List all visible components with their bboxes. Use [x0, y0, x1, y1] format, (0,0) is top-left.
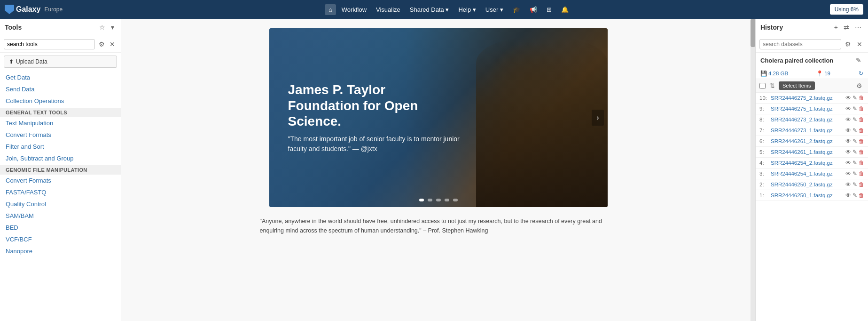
dataset-name[interactable]: SRR24446273_2.fastq.gz [771, 117, 845, 122]
star-icon-button[interactable]: ☆ [97, 23, 107, 32]
edit-icon[interactable]: ✎ [852, 192, 857, 199]
sidebar-item-vcf-bcf[interactable]: VCF/BCF [0, 233, 121, 245]
sidebar-item-convert-formats-genomic[interactable]: Convert Formats [0, 175, 121, 186]
graduation-icon-button[interactable]: 🎓 [509, 4, 524, 15]
history-add-button[interactable]: + [832, 23, 840, 32]
dataset-name[interactable]: SRR24446275_1.fastq.gz [771, 106, 845, 112]
history-refresh-icon[interactable]: ↻ [859, 70, 863, 77]
eye-icon[interactable]: 👁 [845, 170, 851, 177]
eye-icon[interactable]: 👁 [845, 149, 851, 155]
sidebar-options-button[interactable]: ▾ [109, 23, 116, 32]
dataset-name[interactable]: SRR24446275_2.fastq.gz [771, 95, 845, 101]
dataset-row[interactable]: 4: SRR24446254_2.fastq.gz 👁 ✎ 🗑 [756, 158, 868, 169]
delete-icon[interactable]: 🗑 [859, 138, 864, 144]
eye-icon[interactable]: 👁 [845, 105, 851, 112]
sidebar-item-quality-control[interactable]: Quality Control [0, 198, 121, 210]
edit-icon[interactable]: ✎ [852, 181, 857, 188]
delete-icon[interactable]: 🗑 [859, 192, 864, 199]
tools-search-input[interactable] [4, 39, 95, 49]
sidebar-item-send-data[interactable]: Send Data [0, 83, 121, 95]
edit-icon[interactable]: ✎ [852, 138, 857, 144]
sidebar-item-sam-bam[interactable]: SAM/BAM [0, 210, 121, 222]
delete-icon[interactable]: 🗑 [859, 105, 864, 112]
edit-icon[interactable]: ✎ [852, 127, 857, 134]
delete-icon[interactable]: 🗑 [859, 181, 864, 188]
eye-icon[interactable]: 👁 [845, 95, 851, 101]
visualize-button[interactable]: Visualize [372, 4, 404, 15]
megaphone-icon-button[interactable]: 📢 [526, 4, 541, 15]
dataset-name[interactable]: SRR24446261_1.fastq.gz [771, 149, 845, 155]
edit-icon[interactable]: ✎ [852, 160, 857, 166]
shared-data-button[interactable]: Shared Data ▾ [406, 4, 453, 15]
sidebar-item-filter-and-sort[interactable]: Filter and Sort [0, 141, 121, 152]
dataset-row[interactable]: 10: SRR24446275_2.fastq.gz 👁 ✎ 🗑 [756, 93, 868, 104]
eye-icon[interactable]: 👁 [845, 181, 851, 188]
dataset-row[interactable]: 1: SRR24446250_1.fastq.gz 👁 ✎ 🗑 [756, 190, 868, 201]
sidebar-item-fasta-fastq[interactable]: FASTA/FASTQ [0, 186, 121, 198]
edit-icon[interactable]: ✎ [852, 116, 857, 123]
history-search-clear-button[interactable]: ✕ [855, 40, 864, 49]
home-button[interactable]: ⌂ [325, 4, 336, 15]
history-more-button[interactable]: ⋯ [853, 23, 863, 32]
main-scrollbar[interactable] [751, 19, 755, 321]
delete-icon[interactable]: 🗑 [859, 95, 864, 101]
dataset-row[interactable]: 2: SRR24446250_2.fastq.gz 👁 ✎ 🗑 [756, 179, 868, 190]
dataset-row[interactable]: 3: SRR24446254_1.fastq.gz 👁 ✎ 🗑 [756, 169, 868, 179]
galaxy-logo[interactable]: Galaxy [5, 5, 40, 14]
search-clear-button[interactable]: ✕ [108, 40, 117, 49]
dataset-row[interactable]: 6: SRR24446261_2.fastq.gz 👁 ✎ 🗑 [756, 136, 868, 147]
sidebar-item-nanopore[interactable]: Nanopore [0, 245, 121, 257]
edit-icon[interactable]: ✎ [852, 170, 857, 177]
sidebar-item-collection-operations[interactable]: Collection Operations [0, 95, 121, 107]
delete-icon[interactable]: 🗑 [859, 149, 864, 155]
slide-dot-3[interactable] [436, 199, 441, 201]
history-toolbar-settings-button[interactable]: ⚙ [854, 81, 864, 90]
eye-icon[interactable]: 👁 [845, 138, 851, 144]
sidebar-item-get-data[interactable]: Get Data [0, 72, 121, 83]
sidebar-item-join-subtract-group[interactable]: Join, Subtract and Group [0, 152, 121, 164]
content-scroll[interactable]: James P. TaylorFoundation for OpenScienc… [121, 19, 755, 321]
workflow-button[interactable]: Workflow [338, 4, 370, 15]
dataset-name[interactable]: SRR24446273_1.fastq.gz [771, 128, 845, 133]
slide-dot-1[interactable] [419, 199, 424, 201]
delete-icon[interactable]: 🗑 [859, 116, 864, 123]
dataset-name[interactable]: SRR24446254_1.fastq.gz [771, 171, 845, 177]
upload-data-button[interactable]: ⬆ Upload Data [4, 56, 117, 68]
dataset-name[interactable]: SRR24446261_2.fastq.gz [771, 138, 845, 144]
delete-icon[interactable]: 🗑 [859, 127, 864, 134]
eye-icon[interactable]: 👁 [845, 160, 851, 166]
sidebar-item-bed[interactable]: BED [0, 222, 121, 233]
eye-icon[interactable]: 👁 [845, 192, 851, 199]
slide-dot-2[interactable] [428, 199, 432, 201]
dataset-row[interactable]: 9: SRR24446275_1.fastq.gz 👁 ✎ 🗑 [756, 104, 868, 114]
dataset-row[interactable]: 7: SRR24446273_1.fastq.gz 👁 ✎ 🗑 [756, 125, 868, 136]
eye-icon[interactable]: 👁 [845, 116, 851, 123]
eye-icon[interactable]: 👁 [845, 127, 851, 134]
move-icon-button[interactable]: ⇅ [767, 81, 777, 90]
slide-next-button[interactable]: › [592, 110, 603, 126]
dataset-row[interactable]: 8: SRR24446273_2.fastq.gz 👁 ✎ 🗑 [756, 114, 868, 125]
grid-icon-button[interactable]: ⊞ [543, 4, 555, 15]
slide-dot-5[interactable] [453, 199, 458, 201]
history-search-filter-button[interactable]: ⚙ [843, 40, 853, 49]
sidebar-item-text-manipulation[interactable]: Text Manipulation [0, 117, 121, 129]
slide-dot-4[interactable] [445, 199, 449, 201]
dataset-name[interactable]: SRR24446250_2.fastq.gz [771, 182, 845, 187]
delete-icon[interactable]: 🗑 [859, 170, 864, 177]
history-switch-button[interactable]: ⇄ [842, 23, 851, 32]
history-search-input[interactable] [759, 39, 841, 49]
sidebar-item-convert-formats-text[interactable]: Convert Formats [0, 129, 121, 141]
dataset-name[interactable]: SRR24446254_2.fastq.gz [771, 160, 845, 166]
select-all-checkbox[interactable] [759, 83, 766, 89]
delete-icon[interactable]: 🗑 [859, 160, 864, 166]
storage-usage-button[interactable]: Using 6% [830, 4, 863, 15]
user-button[interactable]: User ▾ [482, 4, 507, 15]
edit-icon[interactable]: ✎ [852, 149, 857, 155]
edit-icon[interactable]: ✎ [852, 95, 857, 101]
edit-icon[interactable]: ✎ [852, 105, 857, 112]
dataset-name[interactable]: SRR24446250_1.fastq.gz [771, 193, 845, 198]
history-edit-button[interactable]: ✎ [854, 56, 863, 65]
bell-icon-button[interactable]: 🔔 [557, 4, 572, 15]
search-filter-button[interactable]: ⚙ [97, 40, 107, 49]
dataset-row[interactable]: 5: SRR24446261_1.fastq.gz 👁 ✎ 🗑 [756, 147, 868, 158]
